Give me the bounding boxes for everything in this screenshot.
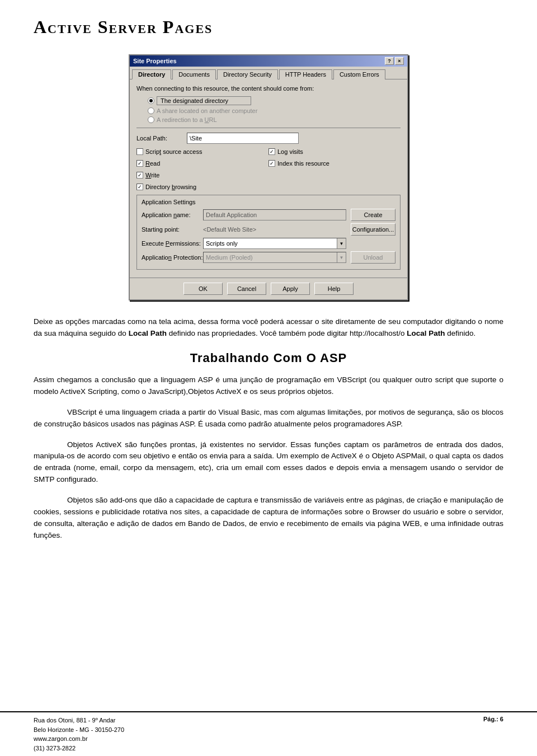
- radio-designated-label: The designated directory: [157, 96, 251, 105]
- checkbox-write: Write: [136, 172, 268, 179]
- starting-point-row: Starting point: <Default Web Site> Confi…: [142, 223, 395, 236]
- dialog-content: When connecting to this resource, the co…: [130, 79, 407, 278]
- checkbox-log-visits: Log visits: [268, 148, 401, 155]
- tab-custom-errors[interactable]: Custom Errors: [333, 69, 385, 79]
- tab-http-headers[interactable]: HTTP Headers: [279, 69, 332, 79]
- checkboxes-grid: Script source access Log visits Read Ind…: [136, 147, 401, 192]
- body-paragraph-1: Deixe as opções marcadas como na tela ac…: [34, 316, 503, 340]
- footer-address-line1: Rua dos Otoni, 881 - 9º Andar: [34, 716, 124, 725]
- checkbox-dir-browsing: Directory browsing: [136, 184, 268, 190]
- section-heading: Trabalhando Com O ASP: [34, 351, 503, 365]
- app-protection-arrow: ▼: [337, 252, 346, 262]
- dialog-window: Site Properties ? × Directory Documents …: [129, 54, 408, 300]
- checkbox-write-input[interactable]: [136, 172, 143, 179]
- app-settings-title: Application Settings: [142, 199, 395, 205]
- titlebar-controls: ? ×: [385, 57, 404, 65]
- ok-button[interactable]: OK: [183, 283, 223, 295]
- app-protection-label: Application Protection:: [142, 254, 203, 261]
- radio-designated-input[interactable]: [148, 97, 154, 104]
- radio-share[interactable]: A share located on another computer: [148, 107, 401, 114]
- checkbox-write-label: Write: [145, 172, 159, 179]
- checkbox-read-label: Read: [145, 160, 160, 167]
- asp-paragraph-4: Objetos são add-ons que dão a capacidade…: [34, 495, 503, 542]
- footer-page-number: Pág.: 6: [483, 716, 503, 722]
- radio-redirect-label: A redirection to a URL: [157, 116, 217, 123]
- checkbox-script-source-input[interactable]: [136, 148, 143, 155]
- radio-share-label: A share located on another computer: [157, 107, 257, 114]
- asp-paragraph-1: Assim chegamos a conclusão que a linguag…: [34, 374, 503, 398]
- footer-website: www.zargon.com.br: [34, 734, 124, 744]
- dialog-tabs: Directory Documents Directory Security H…: [130, 67, 407, 79]
- unload-button[interactable]: Unload: [351, 251, 395, 264]
- execute-permissions-label: Execute Permissions:: [142, 240, 203, 247]
- radio-redirect[interactable]: A redirection to a URL: [148, 116, 401, 123]
- asp-paragraph-2: VBScript é uma linguagem criada a partir…: [34, 407, 503, 430]
- execute-permissions-arrow: ▼: [337, 238, 346, 248]
- create-button[interactable]: Create: [351, 209, 395, 221]
- tab-directory[interactable]: Directory: [132, 69, 171, 79]
- checkbox-script-source-label: Script source access: [145, 148, 202, 155]
- app-settings-box: Application Settings Application name: C…: [136, 195, 401, 270]
- checkbox-index-label: Index this resource: [277, 160, 329, 167]
- page-title: Active Server Pages: [34, 17, 503, 37]
- checkbox-index-input[interactable]: [268, 160, 275, 167]
- dialog-buttons: OK Cancel Apply Help: [130, 278, 407, 299]
- help-title-btn[interactable]: ?: [385, 57, 394, 65]
- footer-address-line2: Belo Horizonte - MG - 30150-270: [34, 725, 124, 735]
- starting-point-value: <Default Web Site>: [203, 226, 346, 233]
- tab-directory-security[interactable]: Directory Security: [217, 69, 278, 79]
- radio-redirect-input[interactable]: [148, 116, 154, 123]
- help-button[interactable]: Help: [314, 283, 354, 295]
- apply-button[interactable]: Apply: [271, 283, 310, 295]
- app-name-label: Application name:: [142, 212, 203, 218]
- footer-left: Rua dos Otoni, 881 - 9º Andar Belo Horiz…: [34, 716, 124, 753]
- app-name-row: Application name: Create: [142, 209, 395, 221]
- page-container: Active Server Pages Site Properties ? × …: [0, 0, 537, 756]
- cancel-button[interactable]: Cancel: [227, 283, 266, 295]
- checkbox-log-visits-input[interactable]: [268, 148, 275, 155]
- close-title-btn[interactable]: ×: [395, 57, 404, 65]
- app-protection-row: Application Protection: Medium (Pooled) …: [142, 251, 395, 264]
- app-protection-select: Medium (Pooled) ▼: [203, 252, 346, 263]
- configuration-button[interactable]: Configuration...: [351, 223, 395, 236]
- app-protection-value: Medium (Pooled): [204, 254, 337, 261]
- checkbox-dir-browsing-input[interactable]: [136, 184, 143, 190]
- checkbox-log-visits-label: Log visits: [277, 148, 303, 155]
- radio-designated[interactable]: The designated directory: [148, 96, 401, 105]
- checkbox-index: Index this resource: [268, 160, 401, 167]
- radio-share-input[interactable]: [148, 107, 154, 114]
- local-path-input[interactable]: [187, 133, 299, 144]
- checkbox-script-source: Script source access: [136, 148, 268, 155]
- checkbox-read: Read: [136, 160, 268, 167]
- tab-documents[interactable]: Documents: [172, 69, 216, 79]
- local-path-row: Local Path:: [136, 133, 401, 144]
- asp-paragraph-3: Objetos ActiveX são funções prontas, já …: [34, 439, 503, 486]
- starting-point-label: Starting point:: [142, 226, 203, 233]
- local-path-label: Local Path:: [136, 135, 187, 142]
- dialog-titlebar: Site Properties ? ×: [130, 55, 407, 67]
- app-name-input: [203, 209, 346, 220]
- footer-phone: (31) 3273-2822: [34, 744, 124, 753]
- execute-permissions-row: Execute Permissions: Scripts only ▼: [142, 238, 395, 249]
- execute-permissions-select[interactable]: Scripts only ▼: [203, 238, 346, 249]
- dialog-title: Site Properties: [133, 58, 177, 64]
- checkbox-dir-browsing-label: Directory browsing: [145, 184, 196, 190]
- page-footer: Rua dos Otoni, 881 - 9º Andar Belo Horiz…: [0, 711, 537, 756]
- execute-permissions-value: Scripts only: [204, 240, 337, 247]
- checkbox-read-input[interactable]: [136, 160, 143, 167]
- screenshot-container: Site Properties ? × Directory Documents …: [34, 54, 503, 300]
- content-source-label: When connecting to this resource, the co…: [136, 85, 401, 92]
